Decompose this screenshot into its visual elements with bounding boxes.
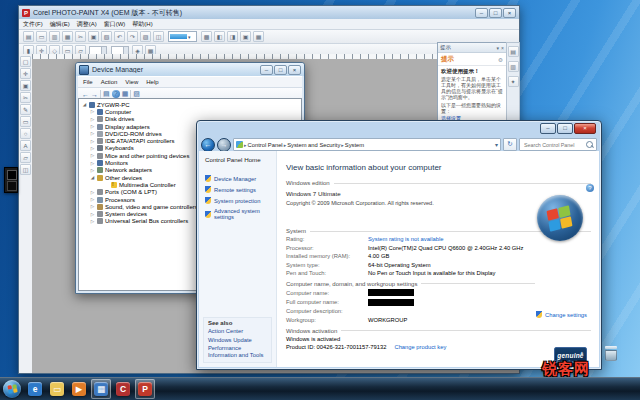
tool-icon[interactable]: ▢ xyxy=(20,56,31,67)
menu-item[interactable]: File xyxy=(83,79,93,85)
properties-icon[interactable]: ▦ xyxy=(122,90,129,98)
expander-icon[interactable]: ▷ xyxy=(90,131,95,136)
fill-dropdown[interactable]: ▾ xyxy=(168,31,197,42)
tool-icon[interactable]: ▭ xyxy=(20,116,31,127)
color-swatch-panel[interactable] xyxy=(4,167,18,193)
taskbar-app[interactable]: P xyxy=(135,379,155,399)
toolbar-icon[interactable]: ✂ xyxy=(75,31,86,42)
breadcrumb-dropdown-icon[interactable]: ▾ xyxy=(495,141,498,148)
tool-icon[interactable]: ✛ xyxy=(20,68,31,79)
search-icon[interactable] xyxy=(586,141,593,148)
expander-icon[interactable]: ▷ xyxy=(90,153,95,158)
close-button[interactable]: × xyxy=(288,65,301,75)
back-icon[interactable]: ← xyxy=(82,91,89,98)
breadcrumb[interactable]: ▸ Control Panel ▸ System and Security ▸ … xyxy=(233,138,501,151)
change-settings[interactable]: Change settings xyxy=(536,311,587,318)
expander-icon[interactable]: ◢ xyxy=(90,175,95,180)
taskbar-app[interactable]: C xyxy=(113,379,133,399)
expander-icon[interactable]: ▷ xyxy=(90,139,95,144)
expander-icon[interactable]: ▷ xyxy=(90,219,95,224)
background-color-swatch[interactable] xyxy=(7,181,17,191)
toolbar-icon[interactable]: ↷ xyxy=(127,31,138,42)
expander-icon[interactable]: ▷ xyxy=(90,109,95,114)
tool-icon[interactable]: ▱ xyxy=(20,152,31,163)
taskbar-app[interactable]: ▶ xyxy=(69,379,89,399)
taskbar-app[interactable]: ▭ xyxy=(47,379,67,399)
expander-icon[interactable]: ▷ xyxy=(90,212,95,217)
toolbar-icon[interactable]: ◨ xyxy=(227,31,238,42)
toolbar-icon[interactable]: ▩ xyxy=(201,31,212,42)
expander-icon[interactable]: ▷ xyxy=(90,117,95,122)
menu-item[interactable]: View xyxy=(125,79,138,85)
maximize-button[interactable]: □ xyxy=(274,65,287,75)
close-button[interactable]: × xyxy=(574,123,596,134)
change-settings-link[interactable]: Change settings xyxy=(545,312,587,318)
help-icon[interactable]: ? xyxy=(586,184,594,192)
expander-icon[interactable]: ▷ xyxy=(90,190,95,195)
sidebar-item[interactable]: Device Manager xyxy=(205,175,276,182)
refresh-button[interactable]: ↻ xyxy=(503,138,517,151)
menu-item[interactable]: 编辑(E) xyxy=(50,20,70,29)
expander-icon[interactable]: ▷ xyxy=(90,161,95,166)
toolbar-icon[interactable]: ▣ xyxy=(240,31,251,42)
scan-icon[interactable]: ▨ xyxy=(133,90,140,98)
docker-close-icon[interactable]: × xyxy=(501,45,504,51)
maximize-button[interactable]: □ xyxy=(489,8,502,18)
system-titlebar[interactable]: – □ × xyxy=(197,121,601,136)
see-also-link[interactable]: Action Center xyxy=(208,328,271,335)
expander-icon[interactable]: ◢ xyxy=(82,102,87,107)
breadcrumb-item[interactable]: Control Panel xyxy=(248,142,283,148)
tool-icon[interactable]: ✎ xyxy=(20,104,31,115)
change-product-key-link[interactable]: Change product key xyxy=(394,344,446,350)
toolbar-icon[interactable]: ▦ xyxy=(62,31,73,42)
expander-icon[interactable]: ▷ xyxy=(90,124,95,129)
menu-item[interactable]: 帮助(H) xyxy=(132,20,152,29)
menu-item[interactable]: 调整(A) xyxy=(77,20,97,29)
sidebar-item-home[interactable]: Control Panel Home xyxy=(205,156,276,163)
sidebar-item[interactable]: Remote settings xyxy=(205,186,276,193)
expander-icon[interactable]: ▷ xyxy=(90,146,95,151)
toolbar-icon[interactable]: ▧ xyxy=(101,31,112,42)
search-input[interactable] xyxy=(522,141,586,149)
toolbar-icon[interactable]: ◧ xyxy=(214,31,225,42)
menu-item[interactable]: Action xyxy=(101,79,118,85)
foreground-color-swatch[interactable] xyxy=(7,170,17,180)
docker-caption[interactable]: 提示 ▾ × xyxy=(438,43,506,53)
back-button[interactable]: ← xyxy=(201,138,215,152)
see-also-link[interactable]: Performance Information and Tools xyxy=(208,345,271,358)
sidebar-item[interactable]: System protection xyxy=(205,197,276,204)
see-also-link[interactable]: Windows Update xyxy=(208,337,271,344)
start-button[interactable] xyxy=(3,380,21,398)
menu-item[interactable]: 文件(F) xyxy=(23,20,43,29)
docker-tab-icon[interactable]: ▥ xyxy=(508,61,519,72)
tool-icon[interactable]: A xyxy=(20,140,31,151)
corel-titlebar[interactable]: P Corel PHOTO-PAINT X4 (OEM 版本 - 不可转售) –… xyxy=(19,6,519,19)
sidebar-item[interactable]: Advanced system settings xyxy=(205,208,276,220)
forward-icon[interactable]: → xyxy=(91,91,98,98)
toolbar-icon[interactable]: ▥ xyxy=(49,31,60,42)
breadcrumb-item[interactable]: System and Security xyxy=(287,142,340,148)
tool-icon[interactable]: ▣ xyxy=(20,80,31,91)
forward-button[interactable]: → xyxy=(217,138,231,152)
toolbar-icon[interactable]: ▣ xyxy=(88,31,99,42)
maximize-button[interactable]: □ xyxy=(557,123,573,134)
toolbar-icon[interactable]: ▤ xyxy=(23,31,34,42)
search-box[interactable] xyxy=(519,138,597,151)
menu-item[interactable]: 窗口(W) xyxy=(104,20,126,29)
tool-icon[interactable]: ○ xyxy=(20,128,31,139)
toolbar-icon[interactable]: ▭ xyxy=(36,31,47,42)
breadcrumb-item[interactable]: System xyxy=(345,142,364,148)
toolbar-icon[interactable]: ◫ xyxy=(153,31,164,42)
recycle-bin-icon[interactable] xyxy=(605,346,617,361)
minimize-button[interactable]: – xyxy=(475,8,488,18)
taskbar-app[interactable]: ▦ xyxy=(91,379,111,399)
gear-icon[interactable]: ⚙ xyxy=(498,57,503,63)
tree-item[interactable]: ▷ ! Computer xyxy=(80,108,301,115)
expander-icon[interactable]: ▷ xyxy=(90,204,95,209)
toolbar-icon[interactable]: ▨ xyxy=(140,31,151,42)
close-button[interactable]: × xyxy=(503,8,516,18)
docker-tab-icon[interactable]: ▤ xyxy=(508,46,519,57)
expander-icon[interactable]: ▷ xyxy=(90,197,95,202)
docker-flyout-icon[interactable]: ▾ xyxy=(497,45,500,51)
device-manager-titlebar[interactable]: Device Manager – □ × xyxy=(76,63,304,76)
